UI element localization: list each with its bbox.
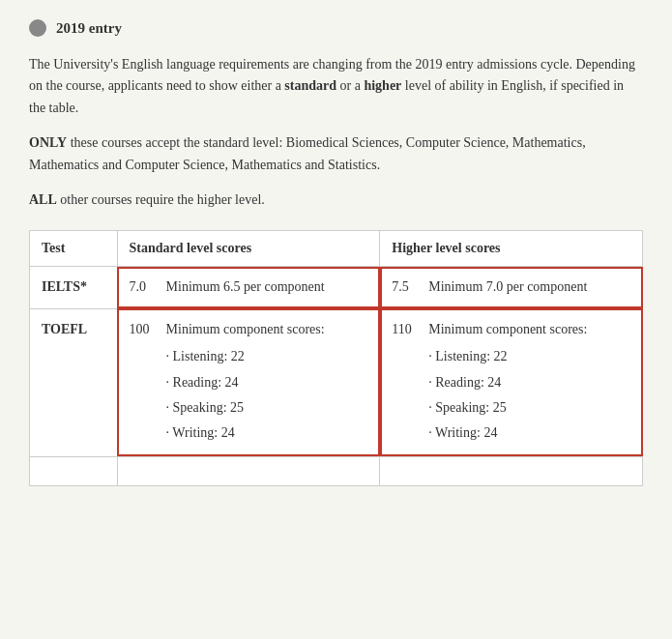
- ielts-standard-score: 7.0: [130, 276, 157, 298]
- toefl-standard-score-container: 100 Minimum component scores: Listening:…: [130, 319, 368, 447]
- list-item: Listening: 22: [166, 344, 368, 369]
- ielts-higher-score: 7.5: [392, 276, 419, 298]
- all-bold: ALL: [29, 192, 57, 207]
- page-header: 2019 entry: [29, 19, 643, 37]
- toefl-standard-cell: 100 Minimum component scores: Listening:…: [117, 308, 380, 456]
- page-title: 2019 entry: [56, 20, 122, 37]
- table-row: TOEFL 100 Minimum component scores: List…: [30, 308, 643, 456]
- ielts-standard-cell: 7.0 Minimum 6.5 per component: [117, 267, 380, 308]
- list-item: Speaking: 25: [166, 395, 368, 421]
- list-item: Reading: 24: [428, 370, 630, 395]
- higher-bold: higher: [364, 78, 401, 93]
- ielts-higher-cell: 7.5 Minimum 7.0 per component: [380, 267, 643, 308]
- test-header: Test: [30, 231, 118, 267]
- toefl-higher-score-container: 110 Minimum component scores: Listening:…: [392, 319, 630, 447]
- table-header-row: Test Standard level scores Higher level …: [30, 231, 643, 267]
- toefl-higher-bullets: Listening: 22 Reading: 24 Speaking: 25 W…: [428, 344, 630, 447]
- empty-test-cell: [30, 456, 118, 485]
- list-item: Listening: 22: [428, 344, 630, 369]
- toefl-standard-desc-container: Minimum component scores: Listening: 22 …: [166, 319, 368, 447]
- toefl-higher-cell: 110 Minimum component scores: Listening:…: [380, 308, 643, 456]
- intro-paragraph: The University's English language requir…: [29, 54, 643, 119]
- toefl-standard-score: 100: [130, 319, 157, 340]
- standard-header: Standard level scores: [117, 231, 380, 267]
- toefl-label: TOEFL: [42, 322, 87, 336]
- toefl-higher-score: 110: [392, 319, 419, 340]
- ielts-higher-score-container: 7.5 Minimum 7.0 per component: [392, 276, 630, 298]
- table-row: [30, 456, 643, 485]
- list-item: Writing: 24: [428, 421, 630, 446]
- page-container: 2019 entry The University's English lang…: [29, 19, 643, 486]
- toefl-higher-desc-container: Minimum component scores: Listening: 22 …: [428, 319, 630, 447]
- list-item: Speaking: 25: [428, 395, 630, 421]
- toefl-standard-desc: Minimum component scores:: [166, 322, 325, 336]
- table-row: IELTS* 7.0 Minimum 6.5 per component 7.5…: [30, 267, 643, 308]
- ielts-higher-desc: Minimum 7.0 per component: [428, 276, 630, 298]
- only-bold: ONLY: [29, 135, 67, 150]
- ielts-test-cell: IELTS*: [30, 267, 118, 308]
- toefl-test-cell: TOEFL: [30, 308, 118, 456]
- list-item: Writing: 24: [166, 421, 368, 446]
- higher-header: Higher level scores: [380, 231, 643, 267]
- toefl-higher-desc: Minimum component scores:: [428, 322, 587, 336]
- ielts-label: IELTS*: [42, 279, 87, 294]
- empty-higher-cell: [380, 456, 643, 485]
- empty-standard-cell: [117, 456, 380, 485]
- standard-courses-paragraph: ONLY these courses accept the standard l…: [29, 132, 643, 176]
- toefl-standard-bullets: Listening: 22 Reading: 24 Speaking: 25 W…: [166, 344, 368, 447]
- circle-icon: [29, 19, 46, 37]
- scores-table: Test Standard level scores Higher level …: [29, 230, 643, 485]
- list-item: Reading: 24: [166, 370, 368, 395]
- ielts-standard-desc: Minimum 6.5 per component: [166, 276, 368, 298]
- standard-bold: standard: [284, 78, 336, 93]
- ielts-standard-score-container: 7.0 Minimum 6.5 per component: [130, 276, 368, 298]
- higher-courses-paragraph: ALL other courses require the higher lev…: [29, 189, 643, 211]
